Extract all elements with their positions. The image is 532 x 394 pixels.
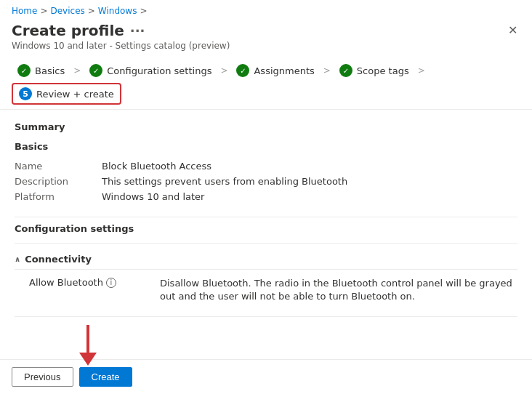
allow-bluetooth-label: Allow Bluetooth i <box>29 277 145 288</box>
step-configuration-label: Configuration settings <box>107 65 211 76</box>
connectivity-header[interactable]: ∧ Connectivity <box>15 249 517 269</box>
basics-description-label: Description <box>15 176 102 187</box>
step-review-icon: 5 <box>19 87 32 100</box>
section-divider <box>15 217 517 217</box>
allow-bluetooth-text: Allow Bluetooth <box>29 277 103 288</box>
step-scope[interactable]: ✓ Scope tags <box>334 61 415 80</box>
page-header: Create profile ··· Windows 10 and later … <box>0 19 532 57</box>
basics-platform-value: Windows 10 and later <box>102 191 204 202</box>
basics-description-row: Description This settings prevent users … <box>15 176 517 187</box>
step-sep-2: > <box>220 65 227 76</box>
step-sep-4: > <box>418 65 425 76</box>
basics-description-value: This settings prevent users from enablin… <box>102 176 347 187</box>
step-sep-3: > <box>323 65 331 76</box>
step-review[interactable]: 5 Review + create <box>12 83 121 105</box>
basics-name-label: Name <box>15 161 102 172</box>
step-basics-label: Basics <box>35 65 65 76</box>
steps-bar: ✓ Basics > ✓ Configuration settings > ✓ … <box>0 57 532 110</box>
step-assignments[interactable]: ✓ Assignments <box>230 61 320 80</box>
page-title-area: Create profile ··· Windows 10 and later … <box>12 22 230 51</box>
config-divider-bottom <box>15 316 517 317</box>
basics-name-value: Block Bluetooth Access <box>102 161 211 172</box>
close-button[interactable]: ✕ <box>505 22 520 39</box>
step-assignments-label: Assignments <box>254 65 314 76</box>
config-section: Configuration settings ∧ Connectivity Al… <box>15 223 517 317</box>
config-title: Configuration settings <box>15 223 517 234</box>
page-subtitle: Windows 10 and later - Settings catalog … <box>12 41 230 51</box>
summary-title: Summary <box>15 121 517 132</box>
create-button-container: Create <box>79 367 132 387</box>
main-content: Summary Basics Name Block Bluetooth Acce… <box>0 110 532 337</box>
page-title: Create profile ··· <box>12 22 230 39</box>
breadcrumb: Home > Devices > Windows > <box>0 0 532 19</box>
step-scope-label: Scope tags <box>357 65 409 76</box>
step-configuration[interactable]: ✓ Configuration settings <box>84 61 217 80</box>
step-sep-1: > <box>73 65 81 76</box>
arrow-indicator <box>73 325 102 369</box>
breadcrumb-sep2: > <box>88 6 95 16</box>
step-basics-icon: ✓ <box>17 64 31 77</box>
basics-section: Basics Name Block Bluetooth Access Descr… <box>15 141 517 202</box>
breadcrumb-devices[interactable]: Devices <box>51 6 85 16</box>
chevron-up-icon: ∧ <box>15 255 20 263</box>
step-configuration-icon: ✓ <box>89 64 102 77</box>
basics-title: Basics <box>15 141 517 152</box>
config-divider-top <box>15 243 517 244</box>
create-button[interactable]: Create <box>79 367 132 387</box>
page-title-text: Create profile <box>12 22 124 39</box>
allow-bluetooth-description: Disallow Bluetooth. The radio in the Blu… <box>160 277 517 303</box>
previous-button[interactable]: Previous <box>12 367 73 387</box>
basics-platform-label: Platform <box>15 191 102 202</box>
basics-platform-row: Platform Windows 10 and later <box>15 191 517 202</box>
step-review-label: Review + create <box>36 89 114 100</box>
footer: Previous Create <box>0 359 532 394</box>
step-basics[interactable]: ✓ Basics <box>12 61 70 80</box>
step-assignments-icon: ✓ <box>236 64 249 77</box>
more-options-icon[interactable]: ··· <box>130 23 145 39</box>
basics-name-row: Name Block Bluetooth Access <box>15 161 517 172</box>
allow-bluetooth-row: Allow Bluetooth i Disallow Bluetooth. Th… <box>15 269 517 310</box>
svg-marker-1 <box>79 353 97 366</box>
info-icon[interactable]: i <box>106 278 116 288</box>
connectivity-label: Connectivity <box>25 254 92 265</box>
breadcrumb-sep1: > <box>40 6 47 16</box>
breadcrumb-sep3: > <box>140 6 147 16</box>
breadcrumb-windows[interactable]: Windows <box>98 6 137 16</box>
breadcrumb-home[interactable]: Home <box>12 6 37 16</box>
basics-table: Name Block Bluetooth Access Description … <box>15 161 517 202</box>
step-scope-icon: ✓ <box>339 64 352 77</box>
